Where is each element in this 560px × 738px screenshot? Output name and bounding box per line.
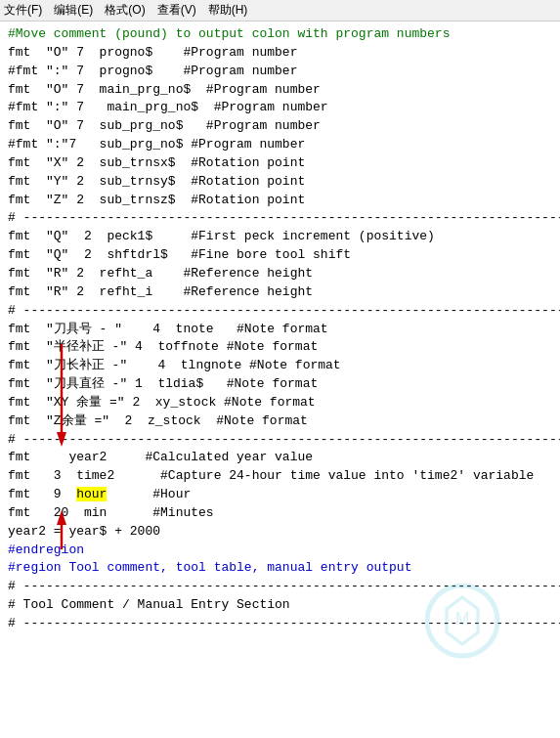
menu-format[interactable]: 格式(O) (105, 2, 145, 19)
code-line: # --------------------------------------… (8, 431, 552, 450)
menu-help[interactable]: 帮助(H) (208, 2, 248, 19)
code-line: #region Tool comment, tool table, manual… (8, 559, 552, 578)
code-line: # --------------------------------------… (8, 302, 552, 321)
code-line: fmt "O" 7 main_prg_no$ #Program number (8, 81, 552, 100)
code-line: fmt "半径补正 -" 4 toffnote #Note format (8, 338, 552, 357)
menu-view[interactable]: 查看(V) (157, 2, 196, 19)
code-line: fmt 20 min #Minutes (8, 504, 552, 523)
menu-edit[interactable]: 编辑(E) (54, 2, 93, 19)
code-line: fmt "Y" 2 sub_trnsy$ #Rotation point (8, 173, 552, 192)
code-line: fmt "R" 2 refht_i #Reference height (8, 283, 552, 302)
code-line: #Move comment (pound) to output colon wi… (8, 25, 552, 44)
code-line: fmt "X" 2 sub_trnsx$ #Rotation point (8, 154, 552, 173)
menu-file[interactable]: 文件(F) (4, 2, 42, 19)
code-line: fmt "刀长补正 -" 4 tlngnote #Note format (8, 357, 552, 375)
code-line: fmt "O" 7 progno$ #Program number (8, 44, 552, 63)
code-line: fmt "刀具直径 -" 1 tldia$ #Note format (8, 375, 552, 394)
code-line: fmt "Z余量 =" 2 z_stock #Note format (8, 412, 552, 431)
code-line: #fmt ":" 7 progno$ #Program number (8, 63, 552, 81)
code-line: fmt 3 time2 #Capture 24-hour time value … (8, 467, 552, 486)
code-line: #fmt ":" 7 main_prg_no$ #Program number (8, 99, 552, 117)
highlighted-hour: hour (76, 487, 107, 501)
code-line: #endregion (8, 542, 552, 560)
code-line: fmt year2 #Calculated year value (8, 449, 552, 467)
code-line: year2 = year$ + 2000 (8, 523, 552, 542)
svg-text:M: M (455, 609, 470, 629)
code-line: fmt "Q" 2 peck1$ #First peck increment (… (8, 228, 552, 246)
watermark-logo: M (423, 582, 501, 660)
code-line: fmt "R" 2 refht_a #Reference height (8, 265, 552, 283)
code-line: fmt 9 hour #Hour (8, 486, 552, 504)
code-line: fmt "O" 7 sub_prg_no$ #Program number (8, 117, 552, 136)
code-line: fmt "刀具号 - " 4 tnote #Note format (8, 321, 552, 339)
menu-bar: 文件(F) 编辑(E) 格式(O) 查看(V) 帮助(H) (0, 0, 560, 22)
code-line: fmt "XY 余量 =" 2 xy_stock #Note format (8, 394, 552, 412)
code-line: fmt "Q" 2 shftdrl$ #Fine bore tool shift (8, 246, 552, 265)
code-line: #fmt ":"7 sub_prg_no$ #Program number (8, 136, 552, 154)
code-line: # --------------------------------------… (8, 209, 552, 228)
code-line: fmt "Z" 2 sub_trnsz$ #Rotation point (8, 192, 552, 210)
code-editor: #Move comment (pound) to output colon wi… (0, 22, 560, 738)
